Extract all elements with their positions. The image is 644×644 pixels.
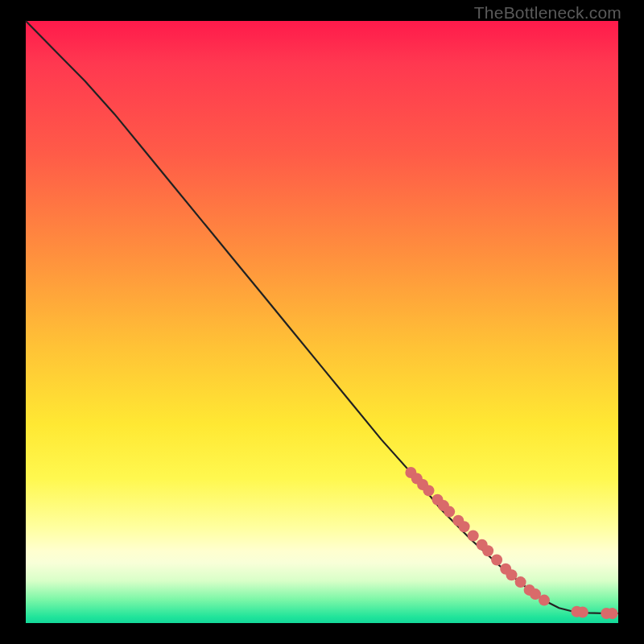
data-marker [491, 555, 502, 566]
chart-frame: TheBottleneck.com [0, 0, 644, 644]
watermark-text: TheBottleneck.com [474, 3, 621, 23]
data-marker [515, 576, 526, 588]
data-marker [423, 485, 435, 496]
data-marker [539, 595, 550, 606]
data-marker [468, 530, 479, 542]
data-marker [482, 545, 493, 556]
data-markers [405, 467, 617, 619]
curve-line [26, 21, 618, 613]
data-marker [506, 569, 518, 580]
data-marker [444, 506, 455, 518]
data-marker [577, 607, 588, 618]
data-marker [607, 608, 618, 619]
data-marker [459, 521, 470, 532]
plot-area [26, 21, 618, 623]
chart-svg [26, 21, 618, 623]
